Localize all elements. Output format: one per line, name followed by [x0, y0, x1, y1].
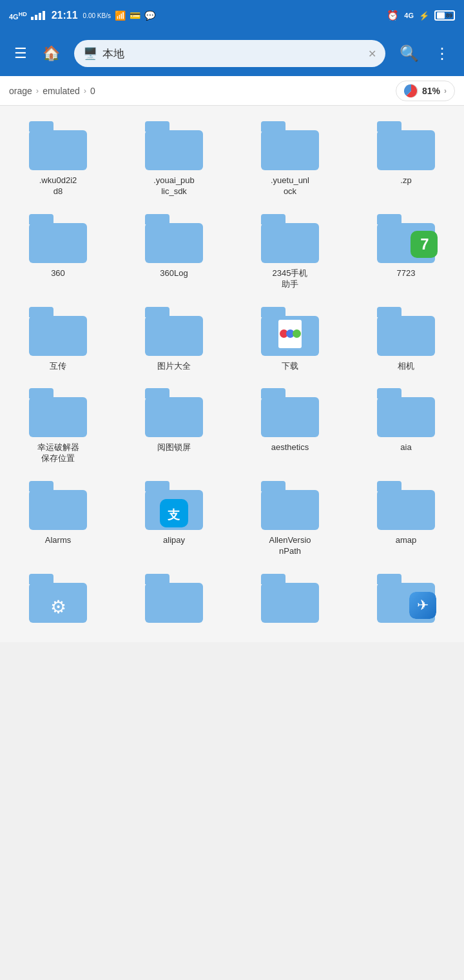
folder-icon: [29, 121, 87, 170]
breadcrumb-zero[interactable]: 0: [90, 86, 95, 96]
more-button[interactable]: ⋮: [430, 41, 454, 66]
folder-icon: [261, 121, 319, 170]
folder-icon: [377, 388, 435, 437]
folder-name: 阅图锁屏: [157, 442, 191, 453]
folder-item[interactable]: 相机: [348, 298, 464, 380]
folder-item[interactable]: 阅图锁屏: [116, 379, 232, 472]
folder-icon: [29, 481, 87, 530]
folder-name: .wku0d2i2d8: [39, 175, 77, 197]
folder-icon: ⚙: [29, 574, 87, 623]
4g-label: 4G: [404, 12, 414, 19]
circles-icon: [280, 329, 301, 338]
folder-icon: ✈: [377, 574, 435, 623]
folder-name: 360Log: [160, 268, 188, 279]
more-icon: ⋮: [434, 44, 450, 63]
folder-item[interactable]: 2345手机助手: [232, 205, 348, 298]
sim-icon: 💳: [130, 10, 140, 21]
folder-item[interactable]: ⚙: [0, 565, 116, 636]
folder-icon: [377, 307, 435, 356]
folder-item[interactable]: 360: [0, 205, 116, 298]
signal-icon: [31, 11, 45, 20]
folder-name: 幸运破解器保存位置: [37, 442, 79, 464]
storage-badge[interactable]: 81% ›: [396, 81, 455, 101]
folder-name: Alarms: [45, 535, 71, 546]
search-icon: 🔍: [400, 44, 419, 63]
folder-item[interactable]: [232, 565, 348, 636]
breadcrumb-arrow-1: ›: [36, 86, 39, 95]
charging-icon: ⚡: [419, 11, 429, 21]
folder-icon: [261, 388, 319, 437]
folder-item[interactable]: .yuetu_unlock: [232, 112, 348, 205]
folder-item[interactable]: amap: [348, 472, 464, 565]
folder-item[interactable]: 支 alipay: [116, 472, 232, 565]
location-icon: 🖥️: [83, 46, 97, 61]
folder-name: 360: [51, 268, 65, 279]
folder-item[interactable]: 图片大全: [116, 298, 232, 380]
folder-icon: [261, 214, 319, 263]
folder-name: .youai_public_sdk: [153, 175, 195, 197]
folder-icon: [145, 388, 203, 437]
folder-item[interactable]: AllenVersionPath: [232, 472, 348, 565]
folder-icon: [261, 307, 319, 356]
file-grid: .wku0d2i2d8 .youai_public_sdk .yuetu_unl…: [0, 106, 464, 642]
folder-item[interactable]: .zp: [348, 112, 464, 205]
folder-icon: 7: [377, 214, 435, 263]
folder-name: 2345手机助手: [273, 268, 308, 290]
folder-name: .zp: [400, 175, 411, 186]
breadcrumb-emulated[interactable]: emulated: [43, 86, 80, 96]
folder-item[interactable]: Alarms: [0, 472, 116, 565]
close-button[interactable]: ✕: [368, 48, 376, 60]
home-button[interactable]: 🏠: [39, 41, 64, 66]
folder-icon: [29, 307, 87, 356]
folder-icon: [261, 574, 319, 623]
breadcrumb: orage › emulated › 0 81% ›: [0, 76, 464, 106]
folder-item[interactable]: 7 7723: [348, 205, 464, 298]
cog-icon: ⚙: [46, 594, 70, 619]
folder-item[interactable]: 360Log: [116, 205, 232, 298]
folder-name: amap: [396, 535, 417, 546]
folder-item[interactable]: 下载: [232, 298, 348, 380]
folder-name: 下载: [282, 361, 298, 372]
battery-percent: 89: [446, 12, 452, 19]
svg-text:支: 支: [168, 508, 181, 522]
search-button[interactable]: 🔍: [396, 41, 423, 66]
folder-item[interactable]: ✈: [348, 565, 464, 636]
alarm-icon: ⏰: [387, 10, 399, 21]
folder-item[interactable]: [116, 565, 232, 636]
radio-icon: 📶: [115, 10, 126, 21]
folder-item[interactable]: 幸运破解器保存位置: [0, 379, 116, 472]
menu-button[interactable]: ☰: [10, 41, 31, 66]
folder-icon: [145, 121, 203, 170]
breadcrumb-arrow-2: ›: [84, 86, 86, 95]
folder-name: alipay: [163, 535, 185, 546]
storage-percent: 81%: [422, 86, 440, 96]
folder-item[interactable]: .youai_public_sdk: [116, 112, 232, 205]
time-display: 21:11: [52, 10, 78, 21]
folder-icon: [29, 388, 87, 437]
status-bar: 4GHD 21:11 0.00 KB/s 📶 💳 💬 ⏰ 4G ⚡ 89: [0, 0, 464, 31]
folder-item[interactable]: .wku0d2i2d8: [0, 112, 116, 205]
folder-name: .yuetu_unlock: [271, 175, 309, 197]
folder-icon: [29, 214, 87, 263]
folder-name: 图片大全: [157, 361, 191, 372]
folder-item[interactable]: aia: [348, 379, 464, 472]
folder-name: 相机: [398, 361, 414, 372]
toolbar: ☰ 🏠 🖥️ 本地 ✕ 🔍 ⋮: [0, 31, 464, 76]
folder-icon: [145, 214, 203, 263]
menu-icon: ☰: [14, 45, 27, 62]
folder-item[interactable]: 互传: [0, 298, 116, 380]
folder-name: AllenVersionPath: [269, 535, 311, 557]
paper-plane-icon: ✈: [409, 592, 436, 619]
folder-name: 互传: [50, 361, 66, 372]
folder-icon: [145, 307, 203, 356]
folder-name: aia: [400, 442, 411, 453]
location-pill[interactable]: 🖥️ 本地 ✕: [74, 40, 385, 67]
status-right: ⏰ 4G ⚡ 89: [387, 10, 455, 21]
folder-item[interactable]: aesthetics: [232, 379, 348, 472]
network-type: 4GHD: [9, 11, 27, 21]
status-left: 4GHD 21:11 0.00 KB/s 📶 💳 💬: [9, 10, 155, 21]
folder-icon: [145, 574, 203, 623]
folder-icon: [377, 121, 435, 170]
breadcrumb-storage[interactable]: orage: [9, 86, 32, 96]
data-rate: 0.00 KB/s: [83, 12, 111, 19]
